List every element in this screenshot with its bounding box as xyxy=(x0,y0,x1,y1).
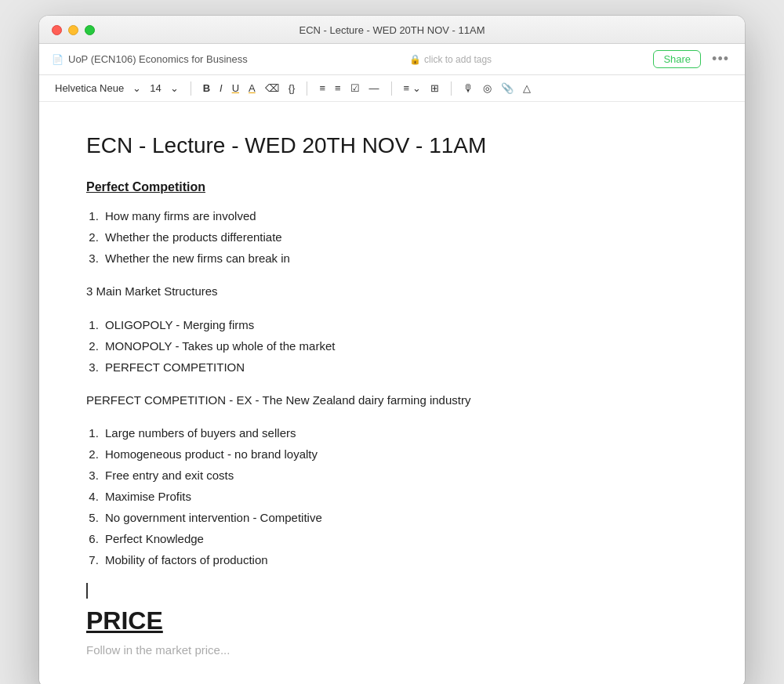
separator-4 xyxy=(451,81,452,96)
code-button[interactable]: {} xyxy=(285,80,299,96)
bold-button[interactable]: B xyxy=(199,80,214,96)
font-group: Helvetica Neue ⌄ 14 ⌄ xyxy=(52,80,183,96)
more-button[interactable]: ••• xyxy=(709,51,732,67)
text-style-group: B I U A ⌫ {} xyxy=(199,80,299,96)
separator-2 xyxy=(307,81,307,96)
window-title: ECN - Lecture - WED 20TH NOV - 11AM xyxy=(299,24,485,36)
maximize-button[interactable] xyxy=(85,25,95,35)
document-content[interactable]: ECN - Lecture - WED 20TH NOV - 11AM Perf… xyxy=(39,102,745,684)
attachment-button[interactable]: 📎 xyxy=(497,80,517,96)
eraser-button[interactable]: ⌫ xyxy=(261,80,283,96)
close-button[interactable] xyxy=(52,25,62,35)
separator-3 xyxy=(391,81,392,96)
mic-button[interactable]: 🎙 xyxy=(459,80,477,96)
align-group: ≡ ⌄ ⊞ xyxy=(400,80,443,96)
section1-list: How many firms are involved Whether the … xyxy=(102,205,698,269)
minimize-button[interactable] xyxy=(68,25,78,35)
list-item: Homogeneous product - no brand loyalty xyxy=(102,443,698,465)
font-size-chevron[interactable]: ⌄ xyxy=(166,80,183,96)
tags-area[interactable]: 🔒 click to add tags xyxy=(409,54,492,65)
list-item: Whether the new firms can break in xyxy=(102,248,698,269)
fade-text: Follow in the market price... xyxy=(86,643,698,657)
list-item: Maximise Profits xyxy=(102,486,698,507)
lock-icon: 🔒 xyxy=(409,54,421,65)
align-button[interactable]: ≡ ⌄ xyxy=(400,80,425,96)
font-name[interactable]: Helvetica Neue xyxy=(52,81,127,96)
table-button[interactable]: ⊞ xyxy=(426,80,443,96)
font-size[interactable]: 14 xyxy=(147,81,164,96)
section1-heading: Perfect Competition xyxy=(86,180,698,194)
document-title: ECN - Lecture - WED 20TH NOV - 11AM xyxy=(86,133,698,158)
paragraph1: 3 Main Market Structures xyxy=(86,281,698,302)
section2-list: OLIGOPOLY - Merging firms MONOPOLY - Tak… xyxy=(102,314,698,378)
title-bar: ECN - Lecture - WED 20TH NOV - 11AM xyxy=(39,16,745,44)
list-item: How many firms are involved xyxy=(102,205,698,226)
sub-toolbar-right: Share ••• xyxy=(653,50,732,68)
app-window: ECN - Lecture - WED 20TH NOV - 11AM 📄 Uo… xyxy=(39,16,745,684)
section3-list: Large numbers of buyers and sellers Homo… xyxy=(102,422,698,570)
list-item: Whether the products differentiate xyxy=(102,226,698,248)
media-group: 🎙 ◎ 📎 △ xyxy=(459,80,535,96)
cursor-line xyxy=(86,583,698,599)
share-button[interactable]: Share xyxy=(653,50,701,68)
price-heading: PRICE xyxy=(86,606,698,635)
list-group: ≡ ≡ ☑ — xyxy=(315,80,383,96)
separator-1 xyxy=(191,81,191,96)
breadcrumb-text: UoP (ECN106) Economics for Business xyxy=(68,53,248,65)
doc-icon: 📄 xyxy=(52,54,64,65)
paragraph2: PERFECT COMPETITION - EX - The New Zeala… xyxy=(86,390,698,411)
italic-button[interactable]: I xyxy=(216,80,227,96)
underline-button[interactable]: U xyxy=(228,80,243,96)
list-item: OLIGOPOLY - Merging firms xyxy=(102,314,698,335)
list-item: No government intervention - Competitive xyxy=(102,507,698,528)
traffic-lights xyxy=(52,25,95,35)
breadcrumb[interactable]: 📄 UoP (ECN106) Economics for Business xyxy=(52,53,248,65)
list-item: MONOPOLY - Takes up whole of the market xyxy=(102,335,698,356)
list-item: Large numbers of buyers and sellers xyxy=(102,422,698,443)
list-item: Free entry and exit costs xyxy=(102,465,698,486)
numbered-list-button[interactable]: ≡ xyxy=(331,80,345,96)
list-item: PERFECT COMPETITION xyxy=(102,356,698,378)
bullet-list-button[interactable]: ≡ xyxy=(315,80,329,96)
list-item: Mobility of factors of production xyxy=(102,549,698,570)
sub-toolbar: 📄 UoP (ECN106) Economics for Business 🔒 … xyxy=(39,44,745,75)
font-name-chevron[interactable]: ⌄ xyxy=(129,80,145,96)
media-button[interactable]: ◎ xyxy=(479,80,495,96)
dash-button[interactable]: — xyxy=(365,80,383,96)
checklist-button[interactable]: ☑ xyxy=(347,80,364,96)
text-cursor xyxy=(86,583,88,599)
list-item: Perfect Knowledge xyxy=(102,528,698,549)
format-toolbar: Helvetica Neue ⌄ 14 ⌄ B I U A ⌫ {} ≡ ≡ ☑… xyxy=(39,75,745,102)
tags-placeholder: click to add tags xyxy=(424,54,492,65)
highlight-button[interactable]: A xyxy=(245,80,260,96)
flag-button[interactable]: △ xyxy=(519,80,535,96)
